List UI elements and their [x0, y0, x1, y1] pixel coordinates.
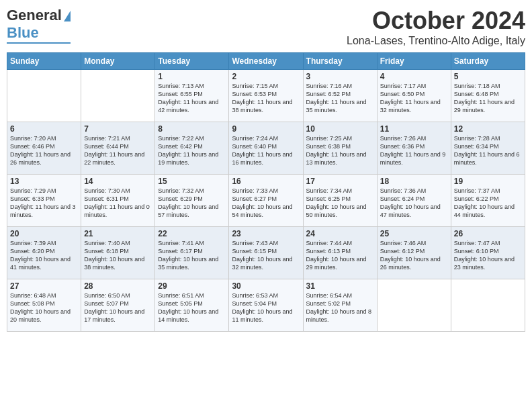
cell-info: Sunrise: 7:33 AM Sunset: 6:27 PM Dayligh…: [232, 187, 300, 220]
logo-triangle-icon: [64, 11, 71, 21]
table-row: [81, 70, 155, 122]
table-row: 21Sunrise: 7:40 AM Sunset: 6:18 PM Dayli…: [81, 227, 155, 279]
day-number: 7: [84, 124, 152, 134]
cell-info: Sunrise: 6:54 AM Sunset: 5:02 PM Dayligh…: [306, 291, 374, 324]
calendar-table: Sunday Monday Tuesday Wednesday Thursday…: [7, 52, 525, 332]
table-row: 9Sunrise: 7:24 AM Sunset: 6:40 PM Daylig…: [229, 122, 303, 175]
table-row: 8Sunrise: 7:22 AM Sunset: 6:42 PM Daylig…: [155, 122, 229, 175]
table-row: 5Sunrise: 7:18 AM Sunset: 6:48 PM Daylig…: [451, 70, 525, 122]
cell-info: Sunrise: 6:48 AM Sunset: 5:08 PM Dayligh…: [10, 291, 78, 324]
table-row: 10Sunrise: 7:25 AM Sunset: 6:38 PM Dayli…: [303, 122, 377, 175]
table-row: 28Sunrise: 6:50 AM Sunset: 5:07 PM Dayli…: [81, 279, 155, 332]
location-title: Lona-Lases, Trentino-Alto Adige, Italy: [347, 35, 525, 47]
day-number: 27: [10, 281, 78, 291]
day-number: 5: [454, 72, 522, 81]
col-tuesday: Tuesday: [155, 53, 229, 70]
col-monday: Monday: [81, 53, 155, 70]
cell-info: Sunrise: 7:47 AM Sunset: 6:10 PM Dayligh…: [454, 239, 522, 272]
day-number: 28: [84, 281, 152, 291]
day-number: 20: [10, 229, 78, 238]
table-row: 7Sunrise: 7:21 AM Sunset: 6:44 PM Daylig…: [81, 122, 155, 175]
cell-info: Sunrise: 7:20 AM Sunset: 6:46 PM Dayligh…: [10, 134, 78, 167]
cell-info: Sunrise: 7:18 AM Sunset: 6:48 PM Dayligh…: [454, 82, 522, 115]
logo-general: General: [7, 7, 62, 24]
page: General Blue October 2024 Lona-Lases, Tr…: [0, 0, 532, 338]
table-row: 19Sunrise: 7:37 AM Sunset: 6:22 PM Dayli…: [451, 175, 525, 227]
cell-info: Sunrise: 7:40 AM Sunset: 6:18 PM Dayligh…: [84, 239, 152, 272]
table-row: [451, 279, 525, 332]
day-number: 23: [232, 229, 300, 238]
col-wednesday: Wednesday: [229, 53, 303, 70]
table-row: 13Sunrise: 7:29 AM Sunset: 6:33 PM Dayli…: [7, 175, 81, 227]
logo-underline: [7, 42, 71, 44]
day-number: 17: [306, 177, 374, 186]
day-number: 26: [454, 229, 522, 238]
title-block: October 2024 Lona-Lases, Trentino-Alto A…: [347, 7, 525, 47]
day-number: 1: [158, 72, 226, 81]
col-sunday: Sunday: [7, 53, 81, 70]
table-row: 29Sunrise: 6:51 AM Sunset: 5:05 PM Dayli…: [155, 279, 229, 332]
day-number: 2: [232, 72, 300, 81]
cell-info: Sunrise: 7:43 AM Sunset: 6:15 PM Dayligh…: [232, 239, 300, 272]
day-number: 15: [158, 177, 226, 186]
table-row: 23Sunrise: 7:43 AM Sunset: 6:15 PM Dayli…: [229, 227, 303, 279]
cell-info: Sunrise: 7:28 AM Sunset: 6:34 PM Dayligh…: [454, 134, 522, 167]
cell-info: Sunrise: 7:17 AM Sunset: 6:50 PM Dayligh…: [380, 82, 448, 115]
table-row: 26Sunrise: 7:47 AM Sunset: 6:10 PM Dayli…: [451, 227, 525, 279]
col-friday: Friday: [377, 53, 451, 70]
cell-info: Sunrise: 7:39 AM Sunset: 6:20 PM Dayligh…: [10, 239, 78, 272]
table-row: 20Sunrise: 7:39 AM Sunset: 6:20 PM Dayli…: [7, 227, 81, 279]
table-row: 14Sunrise: 7:30 AM Sunset: 6:31 PM Dayli…: [81, 175, 155, 227]
cell-info: Sunrise: 7:46 AM Sunset: 6:12 PM Dayligh…: [380, 239, 448, 272]
cell-info: Sunrise: 6:53 AM Sunset: 5:04 PM Dayligh…: [232, 291, 300, 324]
table-row: 25Sunrise: 7:46 AM Sunset: 6:12 PM Dayli…: [377, 227, 451, 279]
day-number: 30: [232, 281, 300, 291]
cell-info: Sunrise: 7:41 AM Sunset: 6:17 PM Dayligh…: [158, 239, 226, 272]
day-number: 18: [380, 177, 448, 186]
table-row: 22Sunrise: 7:41 AM Sunset: 6:17 PM Dayli…: [155, 227, 229, 279]
day-number: 19: [454, 177, 522, 186]
day-number: 3: [306, 72, 374, 81]
cell-info: Sunrise: 7:36 AM Sunset: 6:24 PM Dayligh…: [380, 187, 448, 220]
cell-info: Sunrise: 7:29 AM Sunset: 6:33 PM Dayligh…: [10, 187, 78, 220]
day-number: 6: [10, 124, 78, 134]
table-row: 6Sunrise: 7:20 AM Sunset: 6:46 PM Daylig…: [7, 122, 81, 175]
cell-info: Sunrise: 7:22 AM Sunset: 6:42 PM Dayligh…: [158, 134, 226, 167]
cell-info: Sunrise: 7:30 AM Sunset: 6:31 PM Dayligh…: [84, 187, 152, 220]
table-row: 31Sunrise: 6:54 AM Sunset: 5:02 PM Dayli…: [303, 279, 377, 332]
day-number: 9: [232, 124, 300, 134]
table-row: 27Sunrise: 6:48 AM Sunset: 5:08 PM Dayli…: [7, 279, 81, 332]
table-row: [7, 70, 81, 122]
day-number: 24: [306, 229, 374, 238]
day-number: 29: [158, 281, 226, 291]
header: General Blue October 2024 Lona-Lases, Tr…: [7, 7, 525, 47]
table-row: 1Sunrise: 7:13 AM Sunset: 6:55 PM Daylig…: [155, 70, 229, 122]
table-row: 16Sunrise: 7:33 AM Sunset: 6:27 PM Dayli…: [229, 175, 303, 227]
logo-blue: Blue: [7, 24, 39, 42]
cell-info: Sunrise: 6:51 AM Sunset: 5:05 PM Dayligh…: [158, 291, 226, 324]
table-row: 3Sunrise: 7:16 AM Sunset: 6:52 PM Daylig…: [303, 70, 377, 122]
table-row: 2Sunrise: 7:15 AM Sunset: 6:53 PM Daylig…: [229, 70, 303, 122]
cell-info: Sunrise: 7:24 AM Sunset: 6:40 PM Dayligh…: [232, 134, 300, 167]
logo: General Blue: [7, 7, 71, 44]
cell-info: Sunrise: 6:50 AM Sunset: 5:07 PM Dayligh…: [84, 291, 152, 324]
cell-info: Sunrise: 7:37 AM Sunset: 6:22 PM Dayligh…: [454, 187, 522, 220]
day-number: 25: [380, 229, 448, 238]
day-number: 14: [84, 177, 152, 186]
table-row: 24Sunrise: 7:44 AM Sunset: 6:13 PM Dayli…: [303, 227, 377, 279]
cell-info: Sunrise: 7:26 AM Sunset: 6:36 PM Dayligh…: [380, 134, 448, 167]
table-row: 11Sunrise: 7:26 AM Sunset: 6:36 PM Dayli…: [377, 122, 451, 175]
cell-info: Sunrise: 7:32 AM Sunset: 6:29 PM Dayligh…: [158, 187, 226, 220]
month-title: October 2024: [347, 7, 525, 35]
table-row: 30Sunrise: 6:53 AM Sunset: 5:04 PM Dayli…: [229, 279, 303, 332]
day-number: 31: [306, 281, 374, 291]
day-number: 16: [232, 177, 300, 186]
cell-info: Sunrise: 7:21 AM Sunset: 6:44 PM Dayligh…: [84, 134, 152, 167]
cell-info: Sunrise: 7:25 AM Sunset: 6:38 PM Dayligh…: [306, 134, 374, 167]
col-thursday: Thursday: [303, 53, 377, 70]
cell-info: Sunrise: 7:44 AM Sunset: 6:13 PM Dayligh…: [306, 239, 374, 272]
day-number: 12: [454, 124, 522, 134]
cell-info: Sunrise: 7:15 AM Sunset: 6:53 PM Dayligh…: [232, 82, 300, 115]
day-number: 21: [84, 229, 152, 238]
day-number: 4: [380, 72, 448, 81]
